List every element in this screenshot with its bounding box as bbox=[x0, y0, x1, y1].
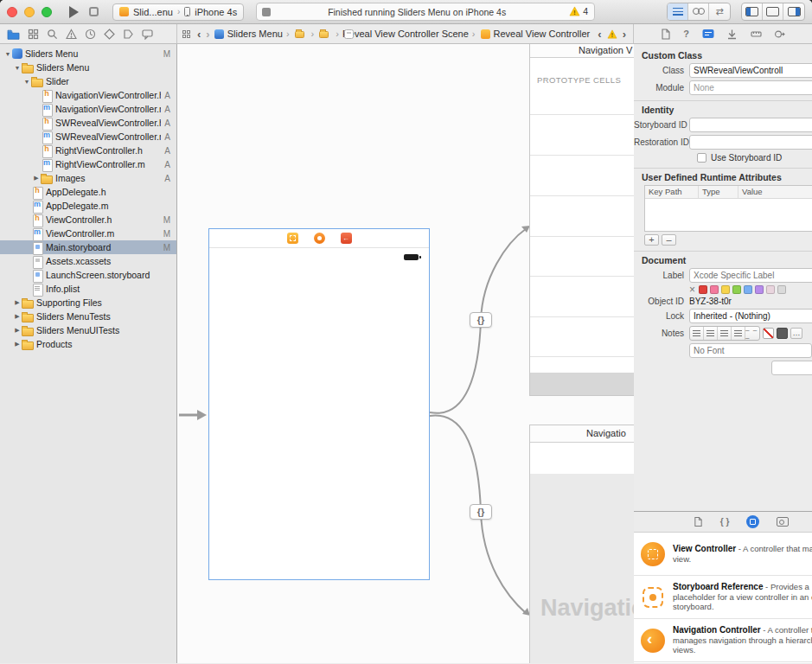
align-left-button[interactable] bbox=[690, 327, 704, 340]
identity-inspector-icon[interactable] bbox=[702, 29, 714, 39]
file-tree-row[interactable]: SWRevealViewController.m A bbox=[0, 130, 176, 144]
view-controller-icon[interactable] bbox=[287, 233, 298, 244]
color-swatch[interactable] bbox=[766, 285, 775, 294]
disclosure-triangle-icon[interactable] bbox=[13, 341, 22, 348]
color-swatch[interactable] bbox=[755, 285, 764, 294]
first-responder-icon[interactable] bbox=[314, 233, 325, 244]
library-item[interactable]: Storyboard Reference - Provides a placeh… bbox=[634, 576, 812, 619]
zoom-window-button[interactable] bbox=[42, 7, 52, 17]
reveal-view-controller-scene[interactable] bbox=[208, 228, 430, 580]
file-tree-row[interactable]: Products bbox=[0, 337, 176, 351]
file-tree-row[interactable]: NavigationViewController.h A bbox=[0, 88, 176, 102]
exit-segue-icon[interactable] bbox=[341, 233, 352, 244]
file-tree-row[interactable]: SWRevealViewController.h A bbox=[0, 116, 176, 130]
file-tree-row[interactable]: Sliders Menu M bbox=[0, 47, 176, 61]
breadcrumb-item[interactable]: › bbox=[293, 29, 318, 39]
project-navigator-icon[interactable] bbox=[7, 29, 20, 40]
disclosure-triangle-icon[interactable] bbox=[3, 51, 12, 57]
align-center-button[interactable] bbox=[704, 327, 718, 340]
align-justify-button[interactable] bbox=[732, 327, 745, 340]
dashes-button[interactable]: – – – bbox=[745, 327, 759, 340]
attributes-inspector-icon[interactable] bbox=[726, 29, 738, 40]
minimize-window-button[interactable] bbox=[24, 7, 35, 17]
toggle-utilities-button[interactable] bbox=[783, 3, 804, 20]
media-library-icon[interactable] bbox=[777, 517, 789, 527]
file-template-library-icon[interactable] bbox=[694, 516, 703, 527]
file-tree-row[interactable]: Sliders Menu bbox=[0, 61, 176, 74]
navigation-table-scene[interactable]: Navigation V PROTOTYPE CELLS bbox=[529, 44, 634, 396]
close-window-button[interactable] bbox=[7, 7, 17, 17]
disclosure-triangle-icon[interactable] bbox=[13, 313, 22, 320]
symbol-navigator-icon[interactable] bbox=[28, 29, 39, 40]
search-navigator-icon[interactable] bbox=[47, 29, 58, 40]
navigation-controller-scene[interactable]: Navigatio Navigation bbox=[529, 425, 634, 663]
toggle-navigator-button[interactable] bbox=[742, 3, 763, 20]
use-storyboard-id-checkbox[interactable] bbox=[697, 153, 707, 163]
code-snippet-library-icon[interactable]: { } bbox=[720, 517, 730, 527]
run-button[interactable] bbox=[69, 6, 79, 18]
breadcrumb-item[interactable]: › bbox=[317, 29, 342, 39]
color-swatch[interactable] bbox=[777, 285, 786, 294]
runtime-attributes-table[interactable]: Key Path Type Value bbox=[644, 185, 812, 232]
stop-button[interactable] bbox=[89, 7, 99, 16]
breadcrumb-item[interactable]: Reveal View Controller Scene › bbox=[342, 29, 479, 39]
file-tree-row[interactable]: NavigationViewController.m A bbox=[0, 102, 176, 116]
standard-editor-button[interactable] bbox=[668, 3, 688, 20]
class-combo[interactable] bbox=[689, 63, 812, 78]
segue-badge-bottom[interactable]: {} bbox=[470, 504, 492, 520]
report-navigator-icon[interactable] bbox=[142, 29, 153, 40]
clear-color-swatch[interactable]: × bbox=[689, 285, 695, 294]
test-navigator-icon[interactable] bbox=[85, 29, 96, 40]
warning-icon[interactable]: ! bbox=[607, 29, 617, 39]
disclosure-triangle-icon[interactable] bbox=[22, 79, 31, 85]
file-tree-row[interactable]: RightViewController.h A bbox=[0, 144, 176, 157]
file-tree-row[interactable]: Supporting Files bbox=[0, 296, 176, 310]
related-items-icon[interactable] bbox=[182, 30, 190, 38]
file-tree-row[interactable]: Sliders MenuTests bbox=[0, 310, 176, 323]
disclosure-triangle-icon[interactable] bbox=[32, 175, 41, 182]
file-inspector-icon[interactable] bbox=[661, 29, 671, 40]
file-tree-row[interactable]: Images A bbox=[0, 171, 176, 185]
notes-extra-field[interactable] bbox=[771, 361, 812, 375]
color-swatch[interactable] bbox=[744, 285, 752, 294]
quick-help-inspector-icon[interactable]: ? bbox=[683, 29, 689, 39]
color-swatch[interactable] bbox=[732, 285, 741, 294]
document-label-field[interactable] bbox=[689, 268, 812, 283]
debug-navigator-icon[interactable] bbox=[104, 29, 115, 40]
add-attribute-button[interactable]: + bbox=[644, 234, 659, 246]
segue-badge-top[interactable]: {} bbox=[470, 312, 492, 328]
file-tree-row[interactable]: Info.plist bbox=[0, 282, 176, 296]
module-combo[interactable]: None bbox=[689, 80, 812, 95]
back-button[interactable]: ‹ bbox=[195, 29, 203, 40]
lock-popup[interactable]: Inherited - (Nothing) bbox=[689, 309, 812, 323]
color-swatch[interactable] bbox=[699, 285, 707, 294]
next-issue-button[interactable]: › bbox=[622, 29, 627, 40]
warning-counter[interactable]: ! 4 bbox=[569, 6, 588, 16]
disclosure-triangle-icon[interactable] bbox=[13, 65, 22, 71]
file-tree-row[interactable]: Sliders MenuUITests bbox=[0, 323, 176, 337]
size-inspector-icon[interactable] bbox=[751, 29, 762, 40]
library-item[interactable]: View Controller - A controller that mana… bbox=[634, 533, 812, 576]
assistant-editor-button[interactable] bbox=[688, 3, 709, 20]
fill-color-button[interactable] bbox=[777, 328, 788, 339]
file-tree-row[interactable]: Assets.xcassets bbox=[0, 254, 176, 268]
toggle-debug-area-button[interactable] bbox=[763, 3, 783, 20]
file-tree-row[interactable]: Slider bbox=[0, 74, 176, 88]
issue-navigator-icon[interactable] bbox=[66, 29, 77, 40]
breadcrumb-item[interactable]: Reveal View Controller bbox=[479, 29, 598, 39]
remove-attribute-button[interactable]: – bbox=[662, 234, 676, 246]
connections-inspector-icon[interactable] bbox=[774, 29, 785, 40]
scheme-selector[interactable]: Slid...enu › iPhone 4s bbox=[112, 3, 244, 21]
forward-button[interactable]: › bbox=[203, 29, 212, 40]
storyboard-canvas[interactable]: Navigation V PROTOTYPE CELLS Navigatio N… bbox=[177, 44, 634, 663]
file-tree-row[interactable]: AppDelegate.m bbox=[0, 199, 176, 213]
color-swatch[interactable] bbox=[721, 285, 730, 294]
file-tree-row[interactable]: LaunchScreen.storyboard bbox=[0, 268, 176, 282]
file-tree-row[interactable]: AppDelegate.h bbox=[0, 185, 176, 199]
more-options-button[interactable]: … bbox=[790, 328, 802, 339]
storyboard-id-field[interactable] bbox=[689, 118, 812, 132]
font-field[interactable] bbox=[689, 343, 812, 358]
file-tree-row[interactable]: Main.storyboard M bbox=[0, 240, 176, 254]
no-fill-button[interactable] bbox=[763, 328, 774, 339]
restoration-id-field[interactable] bbox=[689, 135, 812, 150]
